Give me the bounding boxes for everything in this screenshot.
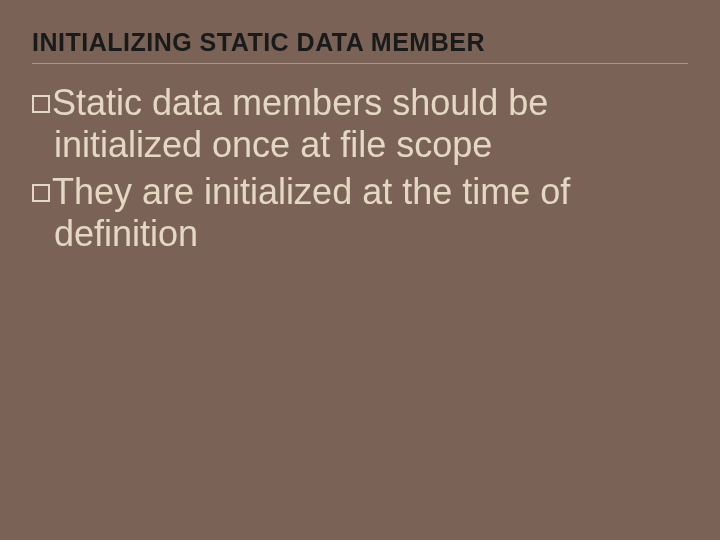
slide-title: INITIALIZING STATIC DATA MEMBER — [32, 28, 688, 57]
square-bullet-icon — [32, 95, 50, 113]
bullet-text: Static data members should be initialize… — [52, 82, 548, 165]
bullet-item: They are initialized at the time of defi… — [32, 171, 688, 256]
slide-body: Static data members should be initialize… — [32, 82, 688, 256]
square-bullet-icon — [32, 184, 50, 202]
bullet-item: Static data members should be initialize… — [32, 82, 688, 167]
slide: INITIALIZING STATIC DATA MEMBER Static d… — [0, 0, 720, 540]
bullet-text: They are initialized at the time of defi… — [52, 171, 570, 254]
title-wrap: INITIALIZING STATIC DATA MEMBER — [32, 28, 688, 64]
